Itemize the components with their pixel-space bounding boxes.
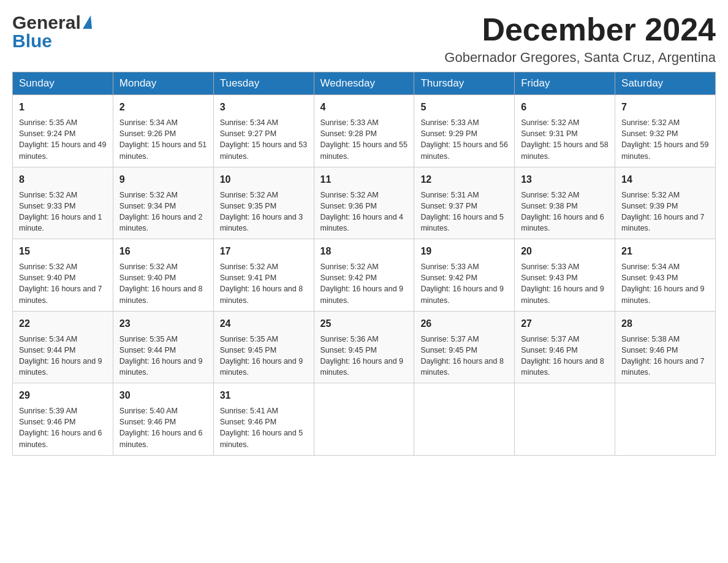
- table-row: 3Sunrise: 5:34 AMSunset: 9:27 PMDaylight…: [213, 95, 314, 167]
- header-wednesday: Wednesday: [314, 72, 414, 95]
- table-row: 5Sunrise: 5:33 AMSunset: 9:29 PMDaylight…: [414, 95, 515, 167]
- table-row: [515, 383, 615, 456]
- day-info: Sunrise: 5:39 AMSunset: 9:46 PMDaylight:…: [19, 405, 107, 450]
- day-info: Sunrise: 5:34 AMSunset: 9:26 PMDaylight:…: [119, 117, 207, 162]
- header-monday: Monday: [113, 72, 213, 95]
- day-number: 18: [320, 244, 408, 259]
- table-row: 10Sunrise: 5:32 AMSunset: 9:35 PMDayligh…: [213, 167, 314, 239]
- calendar-week-row: 22Sunrise: 5:34 AMSunset: 9:44 PMDayligh…: [13, 311, 716, 383]
- table-row: 25Sunrise: 5:36 AMSunset: 9:45 PMDayligh…: [314, 311, 414, 383]
- day-number: 4: [320, 100, 408, 115]
- table-row: 6Sunrise: 5:32 AMSunset: 9:31 PMDaylight…: [515, 95, 615, 167]
- day-info: Sunrise: 5:32 AMSunset: 9:35 PMDaylight:…: [220, 190, 308, 234]
- month-title: December 2024: [444, 12, 716, 47]
- table-row: 2Sunrise: 5:34 AMSunset: 9:26 PMDaylight…: [113, 95, 213, 167]
- day-number: 13: [521, 172, 609, 187]
- day-number: 14: [621, 172, 709, 187]
- day-number: 15: [19, 244, 107, 259]
- day-info: Sunrise: 5:33 AMSunset: 9:29 PMDaylight:…: [420, 117, 508, 162]
- table-row: 20Sunrise: 5:33 AMSunset: 9:43 PMDayligh…: [515, 239, 615, 312]
- table-row: [615, 383, 716, 456]
- header-friday: Friday: [515, 72, 615, 95]
- day-info: Sunrise: 5:34 AMSunset: 9:27 PMDaylight:…: [220, 117, 308, 162]
- table-row: 24Sunrise: 5:35 AMSunset: 9:45 PMDayligh…: [213, 311, 314, 383]
- table-row: 8Sunrise: 5:32 AMSunset: 9:33 PMDaylight…: [13, 167, 113, 239]
- calendar-week-row: 1Sunrise: 5:35 AMSunset: 9:24 PMDaylight…: [13, 95, 716, 167]
- day-number: 28: [621, 316, 709, 331]
- table-row: 21Sunrise: 5:34 AMSunset: 9:43 PMDayligh…: [615, 239, 716, 312]
- day-number: 29: [19, 388, 107, 403]
- title-area: December 2024 Gobernador Gregores, Santa…: [444, 12, 716, 66]
- day-number: 31: [220, 388, 308, 403]
- calendar-week-row: 29Sunrise: 5:39 AMSunset: 9:46 PMDayligh…: [13, 383, 716, 456]
- day-info: Sunrise: 5:34 AMSunset: 9:43 PMDaylight:…: [621, 261, 709, 306]
- day-number: 23: [119, 316, 207, 331]
- calendar-header-row: Sunday Monday Tuesday Wednesday Thursday…: [13, 72, 716, 95]
- table-row: 28Sunrise: 5:38 AMSunset: 9:46 PMDayligh…: [615, 311, 716, 383]
- logo-blue-text: Blue: [12, 31, 52, 52]
- day-number: 2: [119, 100, 207, 115]
- table-row: 31Sunrise: 5:41 AMSunset: 9:46 PMDayligh…: [213, 383, 314, 456]
- day-info: Sunrise: 5:37 AMSunset: 9:45 PMDaylight:…: [420, 334, 508, 378]
- day-info: Sunrise: 5:32 AMSunset: 9:34 PMDaylight:…: [119, 190, 207, 234]
- table-row: 26Sunrise: 5:37 AMSunset: 9:45 PMDayligh…: [414, 311, 515, 383]
- day-info: Sunrise: 5:40 AMSunset: 9:46 PMDaylight:…: [119, 405, 207, 450]
- table-row: 13Sunrise: 5:32 AMSunset: 9:38 PMDayligh…: [515, 167, 615, 239]
- day-info: Sunrise: 5:33 AMSunset: 9:43 PMDaylight:…: [521, 261, 609, 306]
- logo-triangle-icon: [83, 15, 92, 29]
- day-info: Sunrise: 5:32 AMSunset: 9:40 PMDaylight:…: [119, 261, 207, 306]
- table-row: 22Sunrise: 5:34 AMSunset: 9:44 PMDayligh…: [13, 311, 113, 383]
- day-number: 19: [420, 244, 508, 259]
- day-number: 10: [220, 172, 308, 187]
- day-number: 16: [119, 244, 207, 259]
- calendar-week-row: 15Sunrise: 5:32 AMSunset: 9:40 PMDayligh…: [13, 239, 716, 312]
- day-info: Sunrise: 5:35 AMSunset: 9:45 PMDaylight:…: [220, 334, 308, 378]
- day-number: 11: [320, 172, 408, 187]
- day-number: 30: [119, 388, 207, 403]
- day-info: Sunrise: 5:33 AMSunset: 9:28 PMDaylight:…: [320, 117, 408, 162]
- day-info: Sunrise: 5:37 AMSunset: 9:46 PMDaylight:…: [521, 334, 609, 378]
- day-info: Sunrise: 5:32 AMSunset: 9:42 PMDaylight:…: [320, 261, 408, 306]
- calendar-table: Sunday Monday Tuesday Wednesday Thursday…: [12, 72, 716, 456]
- day-number: 6: [521, 100, 609, 115]
- day-info: Sunrise: 5:34 AMSunset: 9:44 PMDaylight:…: [19, 334, 107, 378]
- day-number: 1: [19, 100, 107, 115]
- logo: General Blue: [12, 12, 92, 52]
- day-number: 24: [220, 316, 308, 331]
- table-row: 27Sunrise: 5:37 AMSunset: 9:46 PMDayligh…: [515, 311, 615, 383]
- logo-general-text: General: [12, 12, 81, 33]
- table-row: 9Sunrise: 5:32 AMSunset: 9:34 PMDaylight…: [113, 167, 213, 239]
- day-info: Sunrise: 5:33 AMSunset: 9:42 PMDaylight:…: [420, 261, 508, 306]
- calendar-week-row: 8Sunrise: 5:32 AMSunset: 9:33 PMDaylight…: [13, 167, 716, 239]
- day-info: Sunrise: 5:32 AMSunset: 9:40 PMDaylight:…: [19, 261, 107, 306]
- header-thursday: Thursday: [414, 72, 515, 95]
- header-tuesday: Tuesday: [213, 72, 314, 95]
- day-number: 7: [621, 100, 709, 115]
- day-number: 8: [19, 172, 107, 187]
- day-info: Sunrise: 5:35 AMSunset: 9:24 PMDaylight:…: [19, 117, 107, 162]
- day-info: Sunrise: 5:31 AMSunset: 9:37 PMDaylight:…: [420, 190, 508, 234]
- day-number: 26: [420, 316, 508, 331]
- table-row: 23Sunrise: 5:35 AMSunset: 9:44 PMDayligh…: [113, 311, 213, 383]
- table-row: 7Sunrise: 5:32 AMSunset: 9:32 PMDaylight…: [615, 95, 716, 167]
- day-info: Sunrise: 5:32 AMSunset: 9:36 PMDaylight:…: [320, 190, 408, 234]
- day-number: 3: [220, 100, 308, 115]
- day-info: Sunrise: 5:32 AMSunset: 9:31 PMDaylight:…: [521, 117, 609, 162]
- table-row: 19Sunrise: 5:33 AMSunset: 9:42 PMDayligh…: [414, 239, 515, 312]
- table-row: 17Sunrise: 5:32 AMSunset: 9:41 PMDayligh…: [213, 239, 314, 312]
- table-row: 12Sunrise: 5:31 AMSunset: 9:37 PMDayligh…: [414, 167, 515, 239]
- table-row: [314, 383, 414, 456]
- day-info: Sunrise: 5:32 AMSunset: 9:41 PMDaylight:…: [220, 261, 308, 306]
- day-number: 22: [19, 316, 107, 331]
- day-number: 20: [521, 244, 609, 259]
- day-number: 25: [320, 316, 408, 331]
- location-subtitle: Gobernador Gregores, Santa Cruz, Argenti…: [444, 50, 716, 66]
- day-info: Sunrise: 5:32 AMSunset: 9:39 PMDaylight:…: [621, 190, 709, 234]
- table-row: [414, 383, 515, 456]
- table-row: 11Sunrise: 5:32 AMSunset: 9:36 PMDayligh…: [314, 167, 414, 239]
- table-row: 30Sunrise: 5:40 AMSunset: 9:46 PMDayligh…: [113, 383, 213, 456]
- header-saturday: Saturday: [615, 72, 716, 95]
- day-info: Sunrise: 5:32 AMSunset: 9:33 PMDaylight:…: [19, 190, 107, 234]
- table-row: 29Sunrise: 5:39 AMSunset: 9:46 PMDayligh…: [13, 383, 113, 456]
- table-row: 16Sunrise: 5:32 AMSunset: 9:40 PMDayligh…: [113, 239, 213, 312]
